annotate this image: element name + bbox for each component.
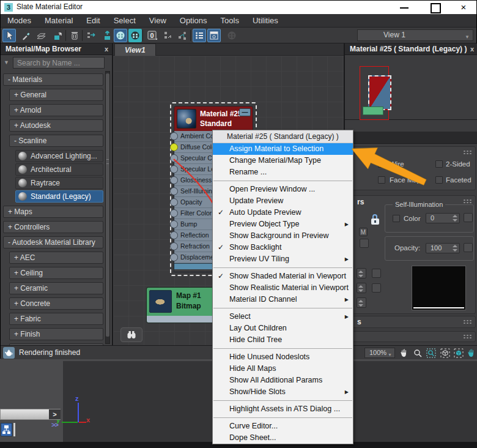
next-frame-button[interactable]: > [49,409,61,419]
navigator-canvas[interactable] [345,55,477,120]
rollout-blinn-basic-parameters[interactable]: rs M Self-Illumination Color 0 Opacity: [347,195,476,314]
map-slot-button[interactable] [360,239,369,248]
rollout-shader-basic-parameters[interactable]: eters Wire 2-Sided Face Map Faceted [347,146,476,190]
specular-level-spinner[interactable] [357,268,366,278]
schematic-view-button[interactable] [1,423,12,436]
menu-item-hide-child-tree[interactable]: Hide Child Tree [213,334,353,346]
material-map-browser-toggle[interactable] [193,29,206,42]
tree-item-general[interactable]: + General [9,89,103,101]
tree-group-maps[interactable]: + Maps [3,206,103,218]
collapse-node-button[interactable]: — [239,108,251,116]
get-material-button[interactable] [35,29,48,42]
input-socket[interactable] [170,132,178,140]
delete-selected-button[interactable] [68,29,81,42]
menu-item-show-backlight[interactable]: ✓Show Backlight [213,242,353,253]
menu-item-show-realistic-material-in-viewport[interactable]: Show Realistic Material in Viewport [213,282,353,294]
menu-tools[interactable]: Tools [214,16,246,25]
menu-item-preview-uv-tiling[interactable]: Preview UV Tiling▶ [213,253,353,265]
menu-select[interactable]: Select [107,16,142,25]
search-input[interactable] [13,57,105,69]
spinner-arrows-icon[interactable] [358,300,364,307]
menu-item-show-all-additional-params[interactable]: Show All Additional Params [213,375,353,386]
input-socket[interactable] [170,154,178,162]
zoom-level-dropdown[interactable]: 100% ▼ [364,348,395,358]
map-node-header[interactable]: Map #1 Bitmap [147,288,221,316]
hide-child-tree-button[interactable] [176,29,189,42]
tree-item-advanced-lighting[interactable]: Advanced Lighting... [15,150,103,162]
glossiness-map-button[interactable] [372,283,381,293]
move-children-button[interactable] [85,29,98,42]
tree-item-ceramic[interactable]: + Ceramic [9,282,103,294]
minimize-button[interactable] [395,1,413,14]
opacity-spinner[interactable]: 100 [426,243,460,253]
menu-item-curve-editor[interactable]: Curve Editor... [213,420,353,432]
tree-group-scanline[interactable]: - Scanline [9,135,103,147]
show-background-button[interactable] [128,29,142,42]
spinner-arrows-icon[interactable] [453,215,458,222]
spinner-arrows-icon[interactable] [358,285,364,292]
render-status-button[interactable] [3,347,15,359]
maximize-button[interactable] [426,1,444,14]
input-socket[interactable] [170,176,178,184]
input-socket[interactable] [170,242,178,250]
map-node[interactable]: Map #1 Bitmap [146,287,222,323]
menu-item-change-material-map-type[interactable]: Change Material/Map Type [213,155,353,166]
menu-view[interactable]: View [142,16,173,25]
specular-map-button[interactable] [372,269,381,278]
menu-item-show-shaded-material-in-viewport[interactable]: ✓Show Shaded Material in Viewport [213,271,353,282]
rollout-grip-icon[interactable] [463,319,471,324]
rollout-grip-icon[interactable] [463,199,471,204]
input-socket[interactable] [170,220,178,228]
wire-checkbox[interactable] [378,160,385,168]
zoom-extents-button[interactable] [439,347,451,359]
parameter-panel-header[interactable]: Material #25 ( Standard (Legacy) ) x [345,43,477,55]
menu-item-update-preview[interactable]: Update Preview [213,195,353,207]
expand-chevrons[interactable]: >> [51,421,58,428]
browser-panel-header[interactable]: Material/Map Browser x [1,43,112,55]
material-node-header[interactable]: Material #25 Standard — [174,106,253,131]
menu-utilities[interactable]: Utilities [246,16,285,25]
close-button[interactable]: × [454,1,473,14]
input-socket[interactable] [170,187,178,195]
menu-item-preview-object-type[interactable]: Preview Object Type▶ [213,218,353,230]
input-socket[interactable] [170,231,178,239]
tree-item-ceiling[interactable]: + Ceiling [9,267,103,279]
menu-item-auto-update-preview[interactable]: ✓Auto Update Preview [213,207,353,218]
map-shortcut-button[interactable]: M [359,228,368,236]
layout-children-button[interactable] [161,29,174,42]
zoom-tool-button[interactable] [412,347,424,359]
faceted-checkbox[interactable] [435,176,443,184]
find-nodes-button[interactable] [120,327,142,342]
show-shaded-material-button[interactable] [114,29,127,42]
tree-item-fabric[interactable]: + Fabric [9,313,103,325]
tab-view1[interactable]: View1 [114,43,156,56]
pan-tool-button[interactable] [398,347,410,359]
menu-item-lay-out-children[interactable]: Lay Out Children [213,323,353,334]
rollout-maps-collapsed[interactable]: s [347,316,476,328]
zoom-extents-selected-button[interactable] [453,347,465,359]
time-slider-track[interactable]: > [0,409,61,420]
spinner-arrows-icon[interactable] [453,245,458,252]
browser-scrollbar[interactable] [105,71,110,344]
input-socket[interactable] [170,198,178,206]
soften-spinner[interactable] [357,297,366,308]
rollout-collapsed[interactable] [347,331,476,342]
zoom-region-button[interactable] [425,347,437,359]
close-icon[interactable]: x [470,43,474,55]
menu-options[interactable]: Options [173,16,214,25]
tree-item-concrete[interactable]: + Concrete [9,297,103,310]
self-illumination-color-checkbox[interactable] [393,215,400,222]
tree-item-architectural[interactable]: Architectural [15,163,103,176]
put-material-to-scene-button[interactable] [51,29,64,42]
tree-item-autodesk[interactable]: + Autodesk [9,119,103,132]
opacity-map-button[interactable] [464,243,473,252]
close-icon[interactable]: x [105,43,108,55]
menu-item-hide-all-maps[interactable]: Hide All Maps [213,363,353,375]
self-illumination-spinner[interactable]: 0 [426,213,460,223]
search-options-dropdown-icon[interactable]: ▼ [4,59,9,65]
tree-item-aec[interactable]: + AEC [9,252,103,264]
title-bar[interactable]: 3 Slate Material Editor × [1,1,476,14]
assign-material-to-selection-button[interactable] [100,29,114,42]
two-sided-checkbox[interactable] [435,160,443,168]
menu-item-select[interactable]: Select▶ [213,311,353,323]
